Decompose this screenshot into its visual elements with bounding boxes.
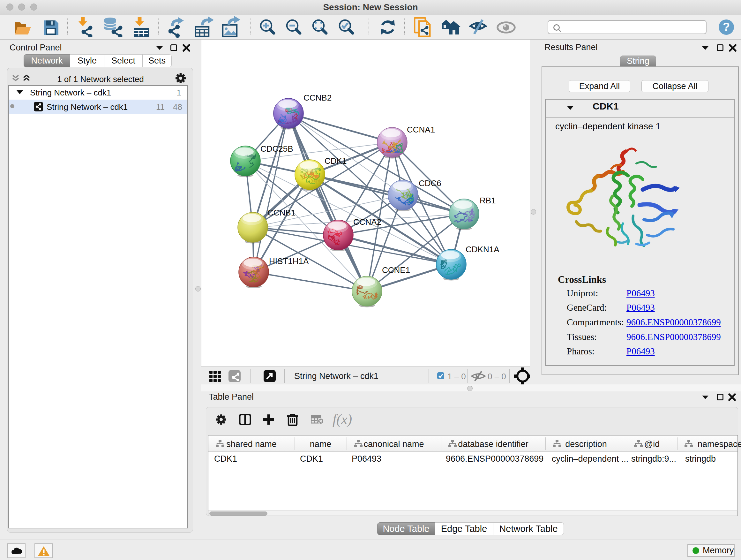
svg-text:CDK1: CDK1 [325,156,347,166]
svg-text:HIST1H1A: HIST1H1A [269,256,309,266]
svg-text:CDC25B: CDC25B [260,144,293,153]
svg-text:CCNB1: CCNB1 [267,208,295,217]
svg-text:CDC6: CDC6 [419,179,441,188]
svg-text:CCNA2: CCNA2 [353,217,381,227]
svg-text:CCNA1: CCNA1 [407,125,435,134]
svg-text:CCNE1: CCNE1 [382,265,410,275]
svg-text:CCNB2: CCNB2 [304,93,332,103]
svg-text:RB1: RB1 [480,196,496,205]
svg-text:CDKN1A: CDKN1A [466,245,499,254]
